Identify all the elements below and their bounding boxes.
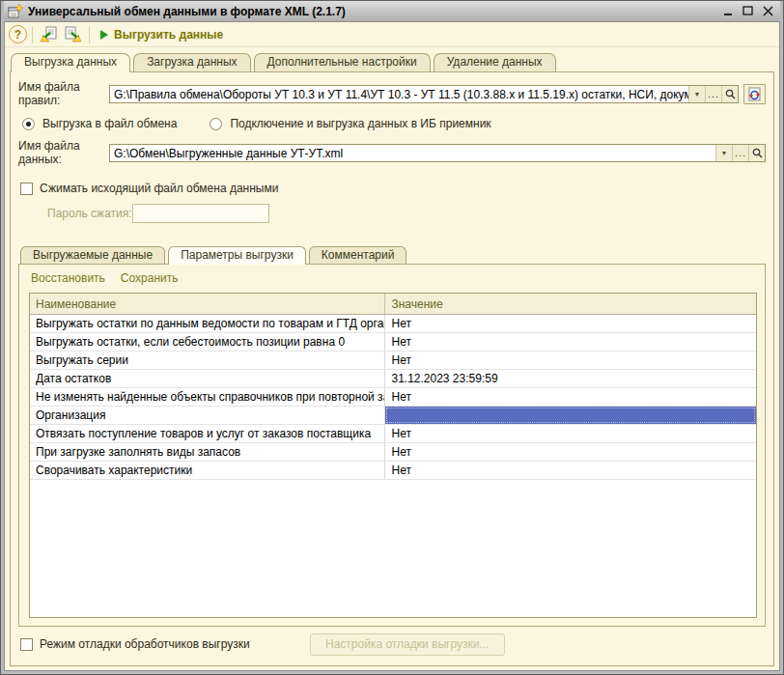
param-value-cell[interactable]: Нет: [385, 388, 756, 406]
save-button[interactable]: Сохранить: [121, 271, 179, 285]
param-value-cell-selected[interactable]: [385, 407, 756, 424]
param-name-cell[interactable]: Отвязать поступление товаров и услуг от …: [30, 425, 385, 442]
maximize-icon: [742, 6, 753, 16]
ellipsis-icon: ...: [735, 147, 746, 158]
table-header-row: Наименование Значение: [30, 294, 756, 315]
param-value-cell[interactable]: Нет: [385, 425, 756, 442]
column-header-value[interactable]: Значение: [385, 294, 756, 314]
rules-file-dropdown-button[interactable]: ▼: [688, 86, 705, 102]
save-values-button[interactable]: [61, 24, 84, 45]
param-value-cell[interactable]: Нет: [385, 443, 756, 461]
help-button[interactable]: ?: [9, 25, 27, 43]
debug-settings-button: Настройка отладки выгрузки...: [310, 633, 505, 656]
table-row[interactable]: Выгружать остатки, если себестоимость по…: [30, 333, 756, 352]
command-row: Восстановить Сохранить: [29, 271, 757, 285]
tab-delete-data[interactable]: Удаление данных: [434, 53, 556, 71]
param-value-cell[interactable]: 31.12.2023 23:59:59: [385, 370, 756, 387]
toolbar: ?: [5, 22, 779, 47]
restore-values-button[interactable]: [38, 24, 61, 45]
param-value-cell[interactable]: Нет: [385, 352, 756, 369]
rules-file-open-button[interactable]: [721, 86, 738, 102]
close-icon: [763, 6, 773, 16]
maximize-button[interactable]: [740, 4, 756, 18]
table-row[interactable]: При загрузке заполнять виды запасов Нет: [30, 443, 756, 462]
param-name-cell[interactable]: При загрузке заполнять виды запасов: [30, 443, 385, 461]
footer-row: Режим отладки обработчиков выгрузки Наст…: [18, 627, 766, 661]
table-row[interactable]: Выгружать остатки по данным ведомости по…: [30, 315, 756, 333]
password-row: Пароль сжатия:: [47, 204, 766, 223]
param-value-cell[interactable]: Нет: [385, 315, 756, 332]
rules-file-row: Имя файла правил: G:\Правила обмена\Обор…: [18, 80, 766, 107]
rules-file-input[interactable]: G:\Правила обмена\Обороты УТ 10.3 и УТ 1…: [109, 85, 739, 103]
help-icon: ?: [14, 28, 21, 42]
chevron-down-icon: ▼: [694, 91, 701, 98]
rules-file-label: Имя файла правил:: [18, 80, 109, 107]
ellipsis-icon: ...: [708, 88, 719, 99]
minimize-button[interactable]: [719, 4, 736, 18]
export-tab-page: Имя файла правил: G:\Правила обмена\Обор…: [10, 71, 774, 666]
compress-checkbox[interactable]: [20, 183, 33, 195]
param-name-cell[interactable]: Организация: [30, 407, 385, 424]
toolbar-separator: [89, 26, 90, 43]
column-header-name[interactable]: Наименование: [30, 294, 385, 314]
spacer: [18, 223, 766, 246]
title-bar[interactable]: Универсальный обмен данными в формате XM…: [4, 1, 780, 21]
app-window: Универсальный обмен данными в формате XM…: [0, 0, 784, 675]
data-file-value: G:\Обмен\Выгруженные данные УТ-УТ.xml: [110, 145, 715, 161]
table-row[interactable]: Не изменять найденные объекты справочник…: [30, 388, 756, 407]
param-name-cell[interactable]: Выгружать остатки по данным ведомости по…: [30, 315, 385, 332]
rules-file-value: G:\Правила обмена\Обороты УТ 10.3 и УТ 1…: [110, 86, 688, 102]
password-field: [132, 204, 269, 223]
parameters-table: Наименование Значение Выгружать остатки …: [29, 293, 757, 618]
export-data-button[interactable]: Выгрузить данные: [95, 24, 229, 45]
data-file-input[interactable]: G:\Обмен\Выгруженные данные УТ-УТ.xml ▼ …: [109, 144, 766, 162]
magnifier-icon: [752, 148, 763, 158]
param-value-cell[interactable]: Нет: [385, 462, 756, 479]
chevron-down-icon: ▼: [721, 150, 728, 156]
param-name-cell[interactable]: Выгружать остатки, если себестоимость по…: [30, 333, 385, 351]
data-file-open-button[interactable]: [748, 145, 765, 161]
toolbar-separator: [32, 26, 33, 43]
radio-export-to-file-label: Выгрузка в файл обмена: [42, 117, 177, 130]
table-row[interactable]: Дата остатков 31.12.2023 23:59:59: [30, 370, 756, 388]
reload-rules-icon: [747, 87, 762, 101]
load-values-icon: [41, 26, 58, 42]
export-parameters-page: Восстановить Сохранить Наименование Знач…: [18, 264, 766, 627]
compress-row: Сжимать исходящий файл обмена данными: [20, 182, 766, 195]
tab-export-parameters[interactable]: Параметры выгрузки: [168, 246, 306, 265]
debug-mode-checkbox[interactable]: [20, 638, 33, 651]
tab-import-data[interactable]: Загрузка данных: [133, 53, 250, 71]
table-row-selected[interactable]: Организация: [30, 407, 756, 425]
rules-file-browse-button[interactable]: ...: [705, 86, 721, 102]
radio-export-to-infobase-label: Подключение и выгрузка данных в ИБ прием…: [230, 117, 490, 130]
restore-button[interactable]: Восстановить: [31, 271, 105, 285]
table-row[interactable]: Выгружать серии Нет: [30, 352, 756, 370]
table-row[interactable]: Сворачивать характеристики Нет: [30, 462, 756, 480]
compress-label: Сжимать исходящий файл обмена данными: [40, 182, 278, 195]
play-icon: [100, 30, 108, 40]
table-row[interactable]: Отвязать поступление товаров и услуг от …: [30, 425, 756, 443]
reload-rules-button[interactable]: [743, 84, 766, 104]
data-file-label: Имя файла данных:: [18, 139, 109, 166]
radio-export-to-infobase[interactable]: [210, 118, 222, 130]
tab-export-data[interactable]: Выгрузка данных: [11, 53, 130, 72]
param-value-cell[interactable]: Нет: [385, 333, 756, 351]
data-file-browse-button[interactable]: ...: [732, 145, 748, 161]
data-file-dropdown-button[interactable]: ▼: [715, 145, 732, 161]
password-label: Пароль сжатия:: [47, 207, 132, 220]
tab-exported-data[interactable]: Выгружаемые данные: [20, 246, 165, 264]
main-tab-strip: Выгрузка данных Загрузка данных Дополнит…: [5, 47, 779, 71]
tab-comment[interactable]: Комментарий: [309, 246, 407, 264]
close-button[interactable]: [760, 4, 776, 18]
param-name-cell[interactable]: Не изменять найденные объекты справочник…: [30, 388, 385, 406]
export-mode-row: Выгрузка в файл обмена Подключение и выг…: [22, 117, 766, 130]
client-area: ?: [4, 21, 780, 671]
param-name-cell[interactable]: Выгружать серии: [30, 352, 385, 369]
param-name-cell[interactable]: Дата остатков: [30, 370, 385, 387]
minimize-icon: [723, 7, 733, 16]
inner-tab-strip: Выгружаемые данные Параметры выгрузки Ко…: [18, 246, 766, 264]
param-name-cell[interactable]: Сворачивать характеристики: [30, 462, 385, 479]
radio-export-to-file[interactable]: [22, 118, 35, 130]
tab-additional-settings[interactable]: Дополнительные настройки: [254, 53, 431, 71]
magnifier-icon: [725, 89, 736, 99]
